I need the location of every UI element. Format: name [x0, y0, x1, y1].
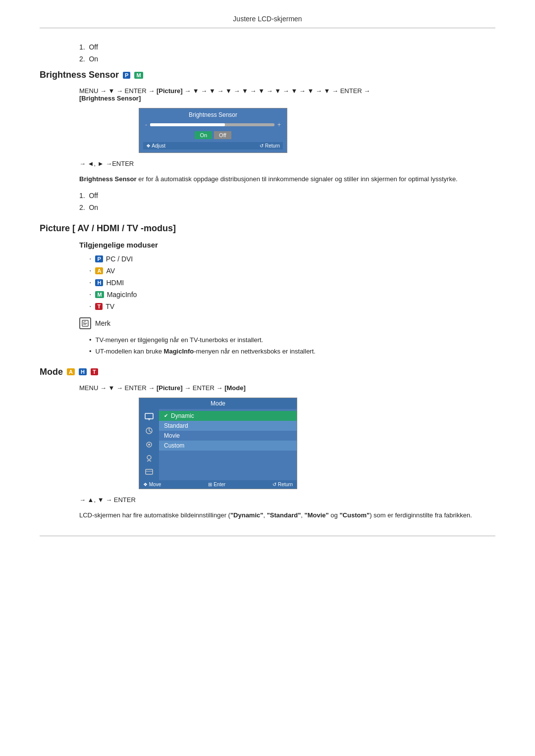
- bs-buttons-row: On Off: [143, 131, 283, 139]
- picture-mode-list: · P PC / DVI · A AV · H HDMI · M MagicIn…: [89, 255, 495, 310]
- mode-item-dynamic[interactable]: ✔ Dynamic: [159, 411, 297, 421]
- footer-adjust: ❖ Adjust: [146, 143, 165, 149]
- mode-content: ✔ Dynamic Standard Movie Custom: [139, 409, 297, 480]
- merk-notes: • TV-menyen er tilgjengelig når en TV-tu…: [89, 336, 495, 355]
- footer-move: ❖ Move: [143, 482, 161, 487]
- mode-label-av: AV: [106, 267, 115, 275]
- footer-return: ↺ Return: [272, 482, 293, 487]
- footer-enter: ⊞ Enter: [208, 482, 225, 487]
- bs-description: Brightness Sensor er for å automatisk op…: [79, 174, 495, 185]
- bullet-dot: •: [89, 348, 92, 355]
- page-container: Justere LCD-skjermen 1. Off 2. On Bright…: [0, 0, 535, 756]
- bullet-item-pc: · P PC / DVI: [89, 255, 495, 263]
- mode-description: LCD-skjermen har fire automatiske bildei…: [79, 510, 495, 521]
- merk-icon: [79, 317, 91, 329]
- mode-section: Mode A H T MENU → ▼ → ENTER → [Picture] …: [40, 367, 495, 521]
- mode-menu-list: ✔ Dynamic Standard Movie Custom: [159, 409, 297, 480]
- bullet-dot: ·: [89, 255, 91, 263]
- slider-fill: [150, 123, 225, 126]
- merk-note-1: • TV-menyen er tilgjengelig når en TV-tu…: [89, 336, 495, 344]
- picture-heading: Picture [ AV / HDMI / TV -modus]: [40, 223, 495, 234]
- svg-rect-13: [146, 469, 153, 474]
- mode-footer: ❖ Move ⊞ Enter ↺ Return: [139, 480, 297, 489]
- on-button[interactable]: On: [195, 131, 212, 139]
- bullet-dot: ·: [89, 291, 91, 299]
- mode-icon-2: [143, 426, 156, 436]
- bs-enter-instruction: → ◄, ► →ENTER: [79, 160, 495, 167]
- brightness-sensor-heading: Brightness Sensor P M: [40, 70, 495, 80]
- slider-plus: +: [277, 121, 281, 128]
- svg-line-1: [83, 321, 86, 322]
- bullet-item-hdmi: · H HDMI: [89, 279, 495, 287]
- bullet-dot: •: [89, 336, 92, 344]
- picture-section: Picture [ AV / HDMI / TV -modus] Tilgjen…: [40, 223, 495, 355]
- mode-icons: [139, 409, 159, 480]
- mode-arrow-instruction: → ▲, ▼ → ENTER: [79, 496, 495, 504]
- bullet-item-tv: · T TV: [89, 302, 495, 310]
- mode-item-custom[interactable]: Custom: [159, 441, 297, 451]
- badge-p-icon: P: [95, 255, 103, 262]
- badge-h: H: [79, 368, 87, 375]
- mode-label-magicinfo: MagicInfo: [107, 291, 137, 299]
- top-numbered-list: 1. Off 2. On: [79, 43, 495, 63]
- badge-a: A: [67, 368, 75, 375]
- list-item: 1. Off: [79, 192, 495, 200]
- list-item: 1. Off: [79, 43, 495, 51]
- mode-icon-display: [143, 412, 156, 422]
- bullet-dot: ·: [89, 279, 91, 287]
- mode-label-pc: PC / DVI: [106, 255, 133, 263]
- badge-a-icon: A: [95, 267, 103, 274]
- svg-point-11: [148, 444, 150, 446]
- badge-p: P: [123, 72, 130, 79]
- merk-label: Merk: [95, 319, 110, 327]
- mode-screenshot: Mode: [139, 398, 495, 489]
- mode-icon-4: [143, 454, 156, 463]
- bs-screenshot: Brightness Sensor - + On Off ❖ Adjust ↺ …: [139, 108, 495, 153]
- list-item: 2. On: [79, 55, 495, 63]
- mode-heading: Mode A H T: [40, 367, 495, 377]
- slider-minus: -: [145, 121, 147, 128]
- bs-numbered-list: 1. Off 2. On: [79, 192, 495, 211]
- picture-sub-heading: Tilgjengelige moduser: [79, 241, 495, 249]
- bullet-dot: ·: [89, 267, 91, 275]
- badge-t-icon: T: [95, 303, 103, 310]
- svg-point-12: [147, 455, 151, 459]
- mode-icon-3: [143, 440, 156, 450]
- bottom-divider: [40, 536, 495, 536]
- mode-title: Mode: [139, 398, 297, 409]
- svg-rect-4: [145, 413, 153, 419]
- badge-h-icon: H: [95, 279, 103, 286]
- list-item: 2. On: [79, 203, 495, 211]
- mode-icon-5: [143, 467, 156, 477]
- off-button[interactable]: Off: [214, 131, 231, 139]
- svg-line-9: [149, 431, 151, 432]
- mode-item-standard[interactable]: Standard: [159, 421, 297, 431]
- mode-heading-text: Mode: [40, 367, 63, 377]
- page-header: Justere LCD-skjermen: [40, 15, 495, 28]
- brightness-sensor-section: Brightness Sensor P M MENU → ▼ → ENTER →…: [40, 70, 495, 211]
- header-title: Justere LCD-skjermen: [233, 15, 302, 23]
- footer-return: ↺ Return: [260, 143, 280, 149]
- merk-box: Merk: [79, 317, 495, 329]
- badge-t: T: [91, 368, 98, 375]
- mode-label-tv: TV: [106, 302, 114, 310]
- slider-track[interactable]: [150, 123, 274, 126]
- bs-title: Brightness Sensor: [143, 111, 283, 118]
- bullet-item-av: · A AV: [89, 267, 495, 275]
- bs-slider-row: - +: [143, 121, 283, 128]
- mode-menu-path: MENU → ▼ → ENTER → [Picture] → ENTER → […: [79, 384, 495, 392]
- checkmark-icon: ✔: [164, 413, 168, 418]
- mode-label-hdmi: HDMI: [106, 279, 124, 287]
- badge-m-icon: M: [95, 291, 104, 298]
- bs-footer: ❖ Adjust ↺ Return: [143, 142, 283, 150]
- mode-item-movie[interactable]: Movie: [159, 431, 297, 441]
- bullet-dot: ·: [89, 302, 91, 310]
- bullet-item-magicinfo: · M MagicInfo: [89, 291, 495, 299]
- badge-m: M: [134, 72, 143, 79]
- merk-note-2: • UT-modellen kan bruke MagicInfo-menyen…: [89, 348, 495, 355]
- bs-menu-path: MENU → ▼ → ENTER → [Picture] → ▼ → ▼ → ▼…: [79, 87, 495, 102]
